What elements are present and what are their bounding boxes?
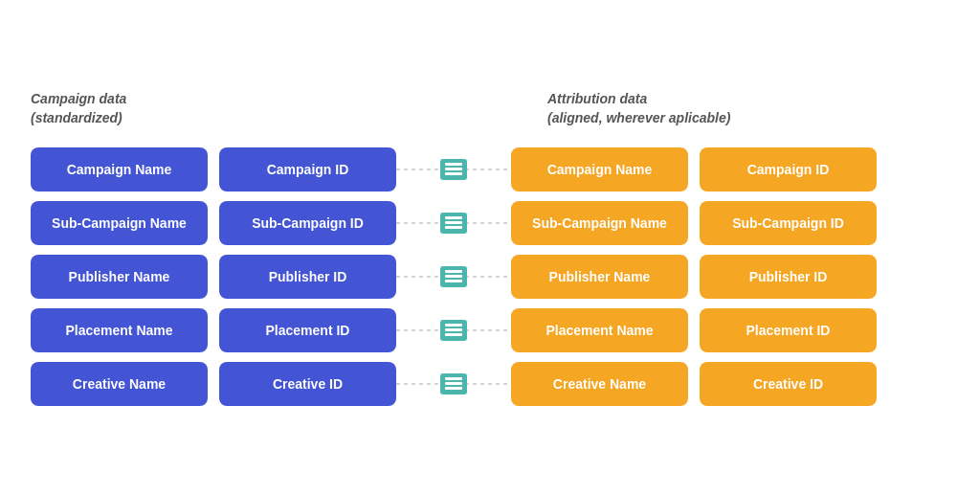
icon-bar-1 — [445, 163, 462, 166]
icon-bar-2 — [445, 382, 462, 385]
connector-placement — [396, 320, 511, 341]
right-name-pill-publisher: Publisher Name — [511, 255, 688, 299]
connector-publisher — [396, 266, 511, 287]
right-id-pill-sub-campaign: Sub-Campaign ID — [700, 201, 877, 245]
connector-sub-campaign — [396, 213, 511, 234]
icon-bar-2 — [445, 168, 462, 170]
section-headers: Campaign data (standardized) Attribution… — [31, 90, 949, 127]
icon-bar-3 — [445, 333, 462, 336]
connector-icon-creative — [440, 373, 467, 395]
right-name-pill-placement: Placement Name — [511, 308, 688, 352]
connector-icon-publisher — [440, 266, 467, 287]
left-id-pill-publisher: Publisher ID — [219, 255, 396, 299]
icon-bar-2 — [445, 221, 462, 224]
icon-bar-1 — [445, 216, 462, 219]
icon-bar-1 — [445, 324, 462, 327]
icon-bar-1 — [445, 270, 462, 273]
left-name-pill-placement: Placement Name — [31, 308, 208, 352]
left-id-pill-campaign: Campaign ID — [219, 147, 396, 192]
connector-icon-campaign — [440, 159, 467, 180]
row-placement: Placement Name Placement ID Placement Na… — [31, 308, 949, 352]
data-rows: Campaign Name Campaign ID Campaign Name … — [31, 147, 949, 406]
right-id-pill-campaign: Campaign ID — [700, 147, 877, 192]
left-name-pill-sub-campaign: Sub-Campaign Name — [31, 201, 208, 245]
right-header: Attribution data (aligned, wherever apli… — [547, 90, 949, 127]
left-name-pill-creative: Creative Name — [31, 362, 208, 406]
right-id-pill-placement: Placement ID — [700, 308, 877, 352]
connector-creative — [396, 373, 511, 395]
icon-bar-3 — [445, 172, 462, 175]
icon-bar-3 — [445, 387, 462, 390]
connector-icon-sub-campaign — [440, 213, 467, 234]
left-header: Campaign data (standardized) — [31, 90, 433, 127]
row-campaign: Campaign Name Campaign ID Campaign Name … — [31, 147, 949, 192]
right-name-pill-sub-campaign: Sub-Campaign Name — [511, 201, 688, 245]
right-header-title: Attribution data (aligned, wherever apli… — [547, 90, 949, 127]
left-name-pill-publisher: Publisher Name — [31, 255, 208, 299]
main-container: Campaign data (standardized) Attribution… — [31, 71, 949, 424]
left-id-pill-sub-campaign: Sub-Campaign ID — [219, 201, 396, 245]
left-id-pill-placement: Placement ID — [219, 308, 396, 352]
row-creative: Creative Name Creative ID Creative Name … — [31, 362, 949, 406]
left-header-title: Campaign data (standardized) — [31, 90, 433, 127]
right-id-pill-creative: Creative ID — [700, 362, 877, 406]
row-publisher: Publisher Name Publisher ID Publisher Na… — [31, 255, 949, 299]
icon-bar-2 — [445, 275, 462, 278]
connector-icon-placement — [440, 320, 467, 341]
left-id-pill-creative: Creative ID — [219, 362, 396, 406]
row-sub-campaign: Sub-Campaign Name Sub-Campaign ID Sub-Ca… — [31, 201, 949, 245]
connector-campaign — [396, 159, 511, 180]
icon-bar-1 — [445, 377, 462, 380]
right-name-pill-creative: Creative Name — [511, 362, 688, 406]
icon-bar-3 — [445, 226, 462, 229]
icon-bar-3 — [445, 280, 462, 282]
right-id-pill-publisher: Publisher ID — [700, 255, 877, 299]
right-name-pill-campaign: Campaign Name — [511, 147, 688, 192]
left-name-pill-campaign: Campaign Name — [31, 147, 208, 192]
icon-bar-2 — [445, 328, 462, 331]
